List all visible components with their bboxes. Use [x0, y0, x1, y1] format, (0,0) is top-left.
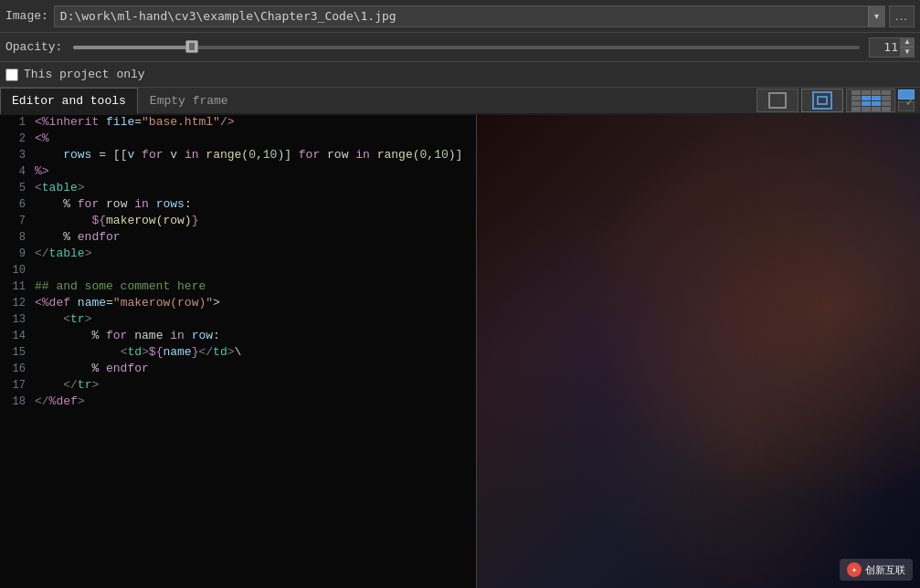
line-content: % endfor — [35, 362, 472, 375]
project-only-checkbox[interactable] — [5, 68, 18, 81]
code-line-1: 1 <%inherit file="base.html"/> — [0, 115, 476, 131]
line-content: </%def> — [35, 394, 472, 408]
slider-thumb-grip — [189, 43, 195, 50]
square-outline-icon — [768, 92, 787, 109]
line-number: 13 — [4, 313, 26, 326]
tab-check-icon: ✓ — [905, 92, 915, 110]
opacity-spin-down[interactable]: ▼ — [901, 47, 914, 57]
line-number: 18 — [4, 395, 26, 408]
line-content: % for row in rows: — [35, 197, 472, 211]
line-content: <%def name="makerow(row)"> — [35, 296, 472, 310]
opacity-spin-up[interactable]: ▲ — [901, 38, 914, 48]
line-content — [35, 263, 472, 277]
icon-box-square-inner[interactable] — [801, 89, 843, 112]
grid-cell — [851, 107, 861, 111]
code-line-16: 16 % endfor — [0, 362, 476, 378]
grid-cell-active — [872, 96, 881, 100]
icon-box-grid[interactable] — [846, 89, 895, 112]
code-line-14: 14 % for name in row: — [0, 329, 476, 345]
grid-cell — [851, 101, 861, 106]
opacity-label: Opacity: — [5, 40, 62, 54]
grid-cell — [872, 90, 881, 95]
grid-cell — [862, 107, 871, 111]
code-line-8: 8 % endfor — [0, 230, 476, 247]
line-number: 8 — [4, 231, 26, 244]
editor-area: 1 <%inherit file="base.html"/> 2 <% 3 ro… — [0, 115, 920, 588]
opacity-value-input[interactable] — [870, 40, 900, 54]
line-number: 16 — [4, 362, 26, 375]
image-label: Image: — [5, 9, 48, 23]
line-number: 1 — [4, 116, 26, 129]
opacity-value-container: ▲ ▼ — [869, 37, 915, 58]
grid-cell — [882, 101, 891, 106]
code-line-11: 11 ## and some comment here — [0, 279, 476, 296]
code-line-6: 6 % for row in rows: — [0, 197, 476, 214]
line-number: 5 — [4, 182, 26, 194]
line-content: ## and some comment here — [35, 279, 472, 293]
background-overlay — [477, 115, 920, 588]
code-line-2: 2 <% — [0, 131, 476, 148]
outer-square-icon — [812, 91, 832, 110]
grid-cell — [851, 90, 861, 95]
line-content: </tr> — [35, 378, 472, 392]
opacity-spinners: ▲ ▼ — [900, 38, 914, 57]
line-content: <% — [35, 131, 472, 145]
tabs-and-icons-container: Editor and tools Empty frame — [0, 88, 920, 115]
code-line-17: 17 </tr> — [0, 378, 476, 394]
grid-cell — [851, 96, 861, 100]
line-content: rows = [[v for v in range(0,10)] for row… — [35, 148, 472, 162]
line-content: <tr> — [35, 312, 472, 326]
line-number: 10 — [4, 264, 26, 277]
code-line-18: 18 </%def> — [0, 394, 476, 411]
line-number: 14 — [4, 330, 26, 342]
watermark: ✦ 创新互联 — [840, 559, 913, 581]
tab-editor-and-tools[interactable]: Editor and tools — [0, 88, 138, 114]
opacity-slider-fill — [73, 46, 191, 49]
line-number: 11 — [4, 280, 26, 293]
grid-cell-active — [862, 96, 871, 100]
watermark-text: 创新互联 — [865, 563, 905, 577]
line-content: <table> — [35, 181, 472, 194]
line-number: 17 — [4, 379, 26, 392]
tab-empty-frame[interactable]: Empty frame — [138, 88, 240, 113]
code-panel[interactable]: 1 <%inherit file="base.html"/> 2 <% 3 ro… — [0, 115, 477, 588]
opacity-slider-thumb[interactable] — [185, 40, 198, 53]
grid-cell-active — [872, 101, 881, 106]
icon-box-square-outline[interactable] — [756, 89, 798, 112]
line-content: %> — [35, 164, 472, 178]
project-only-label[interactable]: This project only — [24, 68, 145, 81]
watermark-logo: ✦ — [847, 562, 862, 577]
grid-cell — [882, 107, 891, 111]
line-number: 9 — [4, 247, 26, 260]
code-line-5: 5 <table> — [0, 181, 476, 197]
line-number: 6 — [4, 198, 26, 211]
image-path-input[interactable] — [55, 9, 868, 23]
opacity-bar: Opacity: ▲ ▼ — [0, 33, 920, 62]
line-number: 12 — [4, 297, 26, 310]
image-panel: ✦ 创新互联 — [477, 115, 920, 588]
image-dropdown-arrow[interactable]: ▾ — [868, 6, 884, 26]
line-content: </table> — [35, 247, 472, 260]
grid-cell — [882, 90, 891, 95]
line-content: <td>${name}</td>\ — [35, 345, 472, 359]
image-path-container: ▾ — [54, 5, 885, 27]
more-button[interactable]: ... — [889, 5, 915, 27]
line-number: 15 — [4, 346, 26, 359]
grid-cell-active — [862, 101, 871, 106]
line-content: ${makerow(row)} — [35, 214, 472, 227]
code-line-3: 3 rows = [[v for v in range(0,10)] for r… — [0, 148, 476, 164]
tabs-row: Editor and tools Empty frame — [0, 88, 920, 115]
checkbox-row: This project only — [0, 62, 920, 88]
code-line-4: 4 %> — [0, 164, 476, 181]
line-content: % for name in row: — [35, 329, 472, 342]
line-number: 2 — [4, 132, 26, 145]
code-line-10: 10 — [0, 263, 476, 279]
line-number: 4 — [4, 165, 26, 178]
image-bar: Image: ▾ ... — [0, 0, 920, 33]
grid-pattern-icon — [851, 90, 891, 111]
code-line-7: 7 ${makerow(row)} — [0, 214, 476, 230]
grid-cell — [872, 107, 881, 111]
inner-square-icon — [817, 96, 828, 105]
opacity-slider-track[interactable] — [73, 46, 860, 49]
tab-right-icons — [756, 89, 920, 112]
